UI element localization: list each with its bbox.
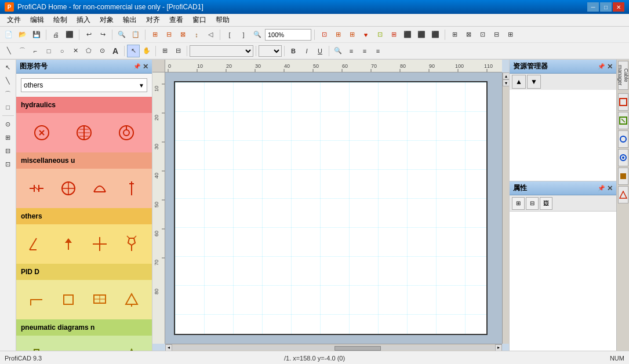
grid8[interactable]: ⬛ xyxy=(415,28,428,41)
sym-misc-4[interactable] xyxy=(120,177,143,200)
menu-window[interactable]: 窗口 xyxy=(188,14,211,26)
cat-hydraulics-header[interactable]: hydraulics xyxy=(16,97,152,113)
scroll-thumb-h[interactable] xyxy=(335,346,381,351)
sym-misc-3[interactable] xyxy=(88,177,111,200)
sym-others-4[interactable] xyxy=(120,232,143,256)
left-tb-1[interactable]: ↖ xyxy=(2,61,14,74)
save-button[interactable]: 💾 xyxy=(30,28,43,41)
grid6[interactable]: ⊞ xyxy=(387,28,400,41)
sym-pneumatic-1[interactable] xyxy=(25,344,48,351)
cat-pneumatic-header[interactable]: pneumatic diagrams n xyxy=(16,319,152,336)
sym-pid-4[interactable] xyxy=(120,288,143,311)
scrollbar-vertical[interactable]: ▴ ▾ xyxy=(502,72,509,344)
snap1[interactable]: ⊞ xyxy=(148,28,161,41)
redo-button[interactable]: ↪ xyxy=(96,28,109,41)
tb-extra4[interactable]: ⊟ xyxy=(490,28,503,41)
tb-extra5[interactable]: ⊞ xyxy=(504,28,517,41)
sym-pneumatic-3[interactable] xyxy=(88,344,111,351)
left-tb-pin[interactable]: ⊙ xyxy=(2,118,14,130)
arc-tool[interactable]: ⌒ xyxy=(16,45,28,57)
text-tool[interactable]: A xyxy=(109,45,122,57)
align-center-btn[interactable]: ≡ xyxy=(358,45,371,57)
grid2[interactable]: ⊞ xyxy=(332,28,344,41)
menu-file[interactable]: 文件 xyxy=(2,14,26,26)
far-icon-3[interactable] xyxy=(618,130,628,148)
sym-misc-1[interactable] xyxy=(25,177,48,200)
scroll-down-btn[interactable]: ▾ xyxy=(503,79,509,86)
scroll-up-btn[interactable]: ▴ xyxy=(503,72,509,79)
wire-tool[interactable]: ⊞ xyxy=(158,45,171,57)
bold-button[interactable]: B xyxy=(287,45,300,57)
sym-pid-2[interactable] xyxy=(57,288,80,311)
grid5[interactable]: ⊡ xyxy=(373,28,386,41)
tb-extra2[interactable]: ⊠ xyxy=(462,28,475,41)
prop-btn-2[interactable]: ⊟ xyxy=(526,197,539,210)
open-button[interactable]: 📂 xyxy=(16,28,29,41)
sym-pneumatic-2[interactable] xyxy=(57,344,80,351)
rect-tool[interactable]: □ xyxy=(42,45,55,57)
cat-others-header[interactable]: others xyxy=(16,208,152,224)
properties-close-icon[interactable]: ✕ xyxy=(607,184,613,192)
minimize-button[interactable]: ─ xyxy=(587,2,599,12)
grid7[interactable]: ⬛ xyxy=(401,28,414,41)
cursor-tool[interactable]: ↖ xyxy=(127,45,140,57)
zoom-icon[interactable]: 🔍 xyxy=(251,28,264,41)
comp-tool[interactable]: ⊟ xyxy=(172,45,184,57)
left-tb-2[interactable]: ╲ xyxy=(2,74,14,87)
left-tb-6[interactable]: ⊟ xyxy=(2,144,14,157)
sym-hydraulics-2[interactable] xyxy=(72,121,96,144)
grid4[interactable]: ♥ xyxy=(359,28,372,41)
scroll-left-btn[interactable]: ◂ xyxy=(165,344,172,351)
new-button[interactable]: 📄 xyxy=(2,28,15,41)
tb4[interactable]: 📋 xyxy=(129,28,142,41)
menu-object[interactable]: 对象 xyxy=(95,14,118,26)
menu-align[interactable]: 对齐 xyxy=(141,14,165,26)
bracket-close[interactable]: ] xyxy=(237,28,250,41)
sym-others-2[interactable] xyxy=(57,232,80,256)
align-left-btn[interactable]: ≡ xyxy=(345,45,358,57)
sym-pid-3[interactable] xyxy=(88,288,111,311)
canvas-scroll[interactable] xyxy=(165,72,502,344)
sym-misc-2[interactable] xyxy=(57,177,80,200)
far-icon-5[interactable] xyxy=(618,168,628,185)
left-tb-7[interactable]: ⊡ xyxy=(2,158,14,170)
sym-hydraulics-1[interactable] xyxy=(30,121,53,144)
symbols-list[interactable]: hydraulics xyxy=(16,97,152,351)
zoom-fit[interactable]: 🔍 xyxy=(332,45,344,57)
symbols-close-icon[interactable]: ✕ xyxy=(143,63,148,71)
align-right-btn[interactable]: ≡ xyxy=(372,45,384,57)
maximize-button[interactable]: □ xyxy=(600,2,612,12)
resource-close-icon[interactable]: ✕ xyxy=(607,63,613,71)
tb-extra3[interactable]: ⊡ xyxy=(476,28,489,41)
sym-others-1[interactable] xyxy=(25,232,48,256)
left-tb-3[interactable]: ⌒ xyxy=(2,88,14,100)
poly2-tool[interactable]: ⬠ xyxy=(82,45,95,57)
underline-button[interactable]: U xyxy=(314,45,326,57)
ellipse-tool[interactable]: ○ xyxy=(56,45,68,57)
grid9[interactable]: ⬛ xyxy=(429,28,442,41)
close-button[interactable]: ✕ xyxy=(613,2,624,12)
font-size-selector[interactable] xyxy=(259,45,282,57)
menu-insert[interactable]: 插入 xyxy=(72,14,95,26)
print2-button[interactable]: ⬛ xyxy=(63,28,76,41)
scroll-right-btn[interactable]: ▸ xyxy=(495,344,502,351)
left-tb-4[interactable]: □ xyxy=(2,101,14,114)
menu-draw[interactable]: 绘制 xyxy=(49,14,72,26)
font-selector[interactable] xyxy=(190,45,253,57)
scrollbar-horizontal[interactable]: ◂ ▸ xyxy=(165,344,502,351)
snap5[interactable]: ◁ xyxy=(204,28,217,41)
print-button[interactable]: 🖨 xyxy=(49,28,62,41)
cross-tool[interactable]: ✕ xyxy=(69,45,82,57)
resource-pin-icon[interactable]: 📌 xyxy=(598,63,605,70)
snap2[interactable]: ⊟ xyxy=(162,28,175,41)
symbols-pin-icon[interactable]: 📌 xyxy=(133,63,140,70)
sym-pid-1[interactable] xyxy=(25,288,48,311)
sym-hydraulics-3[interactable] xyxy=(115,121,138,144)
menu-help[interactable]: 帮助 xyxy=(211,14,234,26)
cat-pid-header[interactable]: PID D xyxy=(16,264,152,280)
line-tool[interactable]: ╲ xyxy=(2,45,15,57)
resource-down-btn[interactable]: ▼ xyxy=(527,75,541,89)
menu-edit[interactable]: 编辑 xyxy=(26,14,49,26)
properties-pin-icon[interactable]: 📌 xyxy=(598,185,605,191)
hand-tool[interactable]: ✋ xyxy=(140,45,153,57)
